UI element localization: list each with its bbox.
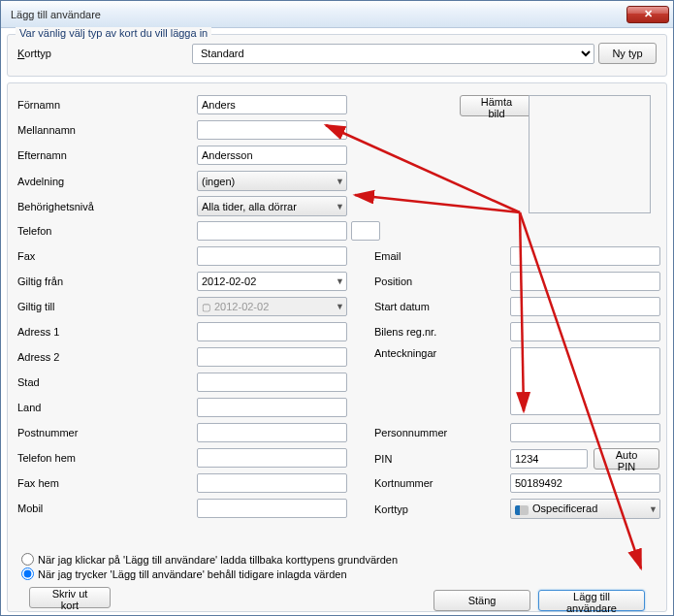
calendar-icon: ▢	[202, 302, 210, 312]
personnummer-input[interactable]	[510, 423, 660, 442]
main-groupbox: Förnamn Mellannamn Efternamn Avdelning (…	[7, 82, 667, 612]
chevron-down-icon: ▼	[336, 177, 344, 186]
lagg-till-button[interactable]: Lägg till användare	[538, 590, 645, 611]
fax-label: Fax	[17, 250, 197, 262]
fornamn-input[interactable]	[197, 95, 347, 114]
kortnummer-label: Kortnummer	[374, 477, 510, 489]
telefon-hem-input[interactable]	[197, 448, 347, 468]
titlebar: Lägg till användare ✕	[1, 1, 673, 28]
giltig-fran-input[interactable]: 2012-02-02 ▼	[197, 272, 347, 291]
mellannamn-input[interactable]	[197, 120, 347, 140]
close-icon: ✕	[644, 8, 653, 20]
avdelning-label: Avdelning	[17, 176, 197, 187]
chevron-down-icon: ▼	[649, 504, 658, 514]
stad-label: Stad	[17, 376, 197, 388]
position-label: Position	[374, 276, 510, 287]
mobil-input[interactable]	[197, 499, 347, 518]
mellannamn-label: Mellannamn	[17, 124, 197, 136]
photo-box	[529, 95, 651, 213]
bilens-reg-label: Bilens reg.nr.	[374, 326, 510, 338]
kortnummer-input[interactable]	[510, 473, 660, 493]
giltig-till-input[interactable]: ▢2012-02-02 ▼	[197, 297, 347, 316]
behorig-select[interactable]: Alla tider, alla dörrar ▼	[197, 196, 347, 216]
pin-input[interactable]	[510, 449, 588, 469]
giltig-till-label: Giltig till	[17, 301, 197, 312]
top-group-legend: Var vänlig välj typ av kort du vill lägg…	[16, 27, 211, 39]
fax-hem-input[interactable]	[197, 473, 347, 493]
skriv-ut-button[interactable]: Skriv ut kort	[29, 587, 111, 608]
hamta-bild-button[interactable]: Hämta bild	[460, 95, 533, 116]
chevron-down-icon: ▼	[336, 302, 344, 311]
korttyp-label: Korttyp	[17, 48, 192, 59]
close-button[interactable]: ✕	[626, 6, 669, 23]
fornamn-label: Förnamn	[17, 99, 197, 111]
anteckningar-textarea[interactable]	[510, 347, 660, 415]
personnummer-label: Personnummer	[374, 427, 510, 438]
land-input[interactable]	[197, 398, 347, 417]
radio-grundvarden[interactable]	[21, 553, 34, 566]
radio-behall-label: När jag trycker 'Lägg till användare' be…	[38, 568, 347, 580]
fax-input[interactable]	[197, 246, 347, 266]
email-label: Email	[374, 250, 510, 262]
radio-grundvarden-label: När jag klickar på 'Lägg till användare'…	[38, 554, 398, 566]
auto-pin-button[interactable]: Auto PIN	[594, 448, 659, 470]
avdelning-select[interactable]: (ingen) ▼	[197, 171, 347, 191]
adress2-label: Adress 2	[17, 351, 197, 363]
start-datum-input[interactable]	[510, 297, 660, 316]
adress1-label: Adress 1	[17, 326, 197, 338]
window-title: Lägg till användare	[11, 9, 626, 20]
adress2-input[interactable]	[197, 347, 347, 367]
telefon-input[interactable]	[197, 221, 347, 241]
adress1-input[interactable]	[197, 322, 347, 341]
stang-button[interactable]: Stäng	[433, 590, 530, 611]
behorig-label: Behörighetsnivå	[17, 201, 197, 212]
ny-typ-button[interactable]: Ny typ	[598, 43, 657, 64]
start-datum-label: Start datum	[374, 301, 510, 312]
bilens-reg-input[interactable]	[510, 322, 660, 341]
efternamn-label: Efternamn	[17, 149, 197, 161]
postnummer-input[interactable]	[197, 423, 347, 442]
telefon-hem-label: Telefon hem	[17, 452, 197, 464]
position-input[interactable]	[510, 272, 660, 291]
email-input[interactable]	[510, 246, 660, 266]
pin-label: PIN	[374, 453, 510, 465]
radio-behall[interactable]	[21, 567, 34, 580]
postnummer-label: Postnummer	[17, 427, 197, 438]
top-groupbox: Var vänlig välj typ av kort du vill lägg…	[7, 34, 667, 77]
korttyp2-label: Korttyp	[374, 503, 510, 515]
anteckningar-label: Anteckningar	[374, 347, 510, 359]
korttyp-select[interactable]: Standard	[192, 44, 594, 64]
giltig-fran-label: Giltig från	[17, 276, 197, 287]
efternamn-input[interactable]	[197, 146, 347, 165]
telefon-ext-input[interactable]	[351, 221, 380, 241]
mobil-label: Mobil	[17, 503, 197, 514]
chevron-down-icon: ▼	[336, 276, 344, 286]
stad-input[interactable]	[197, 373, 347, 392]
card-icon	[515, 505, 529, 515]
fax-hem-label: Fax hem	[17, 477, 197, 489]
telefon-label: Telefon	[17, 225, 197, 237]
land-label: Land	[17, 402, 197, 413]
chevron-down-icon: ▼	[336, 202, 344, 211]
korttyp2-select[interactable]: Ospecificerad ▼	[510, 499, 660, 519]
